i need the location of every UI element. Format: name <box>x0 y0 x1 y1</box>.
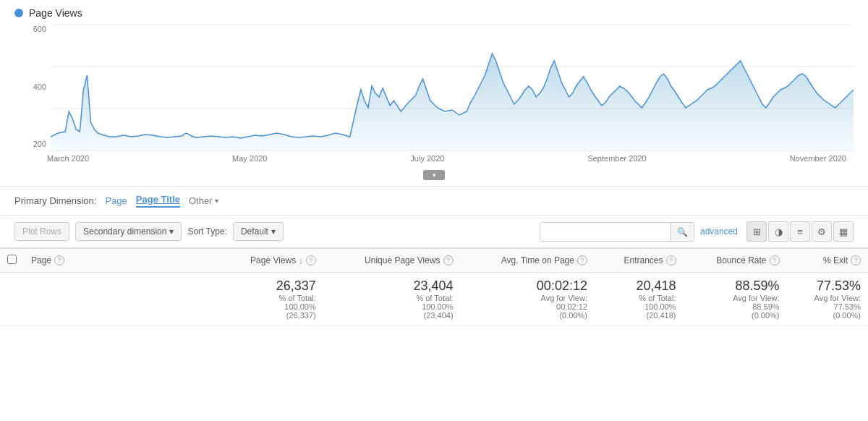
search-icon: 🔍 <box>677 227 688 237</box>
list-view-button[interactable]: ≡ <box>790 221 810 242</box>
list-icon: ≡ <box>797 226 803 237</box>
entrances-col-label: Entrances <box>624 255 663 265</box>
page-views-total: (26,337) <box>224 311 315 320</box>
x-label-september: September 2020 <box>587 154 646 163</box>
page-views-pct-label: % of Total: <box>224 294 315 302</box>
totals-checkbox-cell <box>0 273 24 326</box>
exit-diff: (0.00%) <box>794 311 861 320</box>
total-entrances: 20,418 <box>602 278 676 294</box>
totals-unique-cell: 23,404 % of Total: 100.00% (23,404) <box>323 273 461 326</box>
bounce-rate-header: Bounce Rate ? <box>684 249 787 273</box>
y-axis: 600 400 200 <box>22 25 51 151</box>
exit-avg-label: Avg for View: <box>794 294 861 302</box>
scroll-arrow-icon: ▾ <box>433 171 436 179</box>
secondary-dimension-button[interactable]: Secondary dimension ▾ <box>75 222 182 241</box>
scroll-button[interactable]: ▾ <box>423 170 445 180</box>
dim-other-dropdown[interactable]: Other ▾ <box>189 195 218 206</box>
bounce-avg-label: Avg for View: <box>691 294 780 302</box>
unique-help-icon[interactable]: ? <box>443 255 454 265</box>
entrances-pct-label: % of Total: <box>602 294 676 302</box>
checkbox-header <box>0 249 24 273</box>
unique-total: (23,404) <box>331 311 454 320</box>
search-button[interactable]: 🔍 <box>671 223 694 241</box>
bar-view-button[interactable]: ▦ <box>833 221 854 242</box>
default-sort-button[interactable]: Default ▾ <box>233 222 284 241</box>
y-label-400: 400 <box>33 82 46 91</box>
bounce-avg-val: 88.59% <box>691 302 780 311</box>
totals-page-cell <box>24 273 216 326</box>
advanced-link[interactable]: advanced <box>700 226 738 237</box>
secondary-dimension-arrow-icon: ▾ <box>169 226 174 237</box>
x-axis: March 2020 May 2020 July 2020 September … <box>47 151 846 167</box>
sort-arrow-icon: ▾ <box>271 226 276 237</box>
settings-icon: ⚙ <box>817 226 826 237</box>
sort-arrow-icon: ↓ <box>299 256 303 265</box>
page-header: Page ? <box>24 249 216 273</box>
entrances-total: (20,418) <box>602 311 676 320</box>
totals-row: 26,337 % of Total: 100.00% (26,337) 23,4… <box>0 273 868 326</box>
avg-time-view-label: Avg for View: <box>468 294 587 302</box>
exit-avg-val: 77.53% <box>794 302 861 311</box>
settings-view-button[interactable]: ⚙ <box>812 221 832 242</box>
avg-time-help-icon[interactable]: ? <box>577 255 587 265</box>
sort-type-label: Sort Type: <box>187 226 226 237</box>
entrances-header: Entrances ? <box>595 249 684 273</box>
unique-pct-label: % of Total: <box>331 294 454 302</box>
pie-icon: ◑ <box>775 226 783 237</box>
default-sort-label: Default <box>241 226 268 237</box>
other-dropdown-arrow-icon: ▾ <box>215 197 218 205</box>
bounce-rate-col-label: Bounce Rate <box>716 255 766 265</box>
search-box: 🔍 <box>540 222 694 242</box>
pie-view-button[interactable]: ◑ <box>768 221 788 242</box>
unique-total-pct: 100.00% <box>331 302 454 311</box>
grid-icon: ⊞ <box>753 226 761 237</box>
page-col-label: Page <box>31 255 51 265</box>
unique-page-views-header: Unique Page Views ? <box>323 249 461 273</box>
dim-page-link[interactable]: Page <box>105 195 127 206</box>
page-views-header[interactable]: Page Views ↓ ? <box>216 249 323 273</box>
x-label-july: July 2020 <box>410 154 444 163</box>
y-label-200: 200 <box>33 140 46 148</box>
bounce-diff: (0.00%) <box>691 311 780 320</box>
chart-dot <box>14 9 23 17</box>
avg-time-view-val: 00:02:12 <box>468 302 587 311</box>
secondary-dimension-label: Secondary dimension <box>83 226 166 237</box>
pct-exit-col-label: % Exit <box>823 255 848 265</box>
view-icons: ⊞ ◑ ≡ ⚙ ▦ <box>746 221 854 242</box>
x-label-march: March 2020 <box>47 154 89 163</box>
avg-time-header: Avg. Time on Page ? <box>461 249 595 273</box>
totals-bounce-rate-cell: 88.59% Avg for View: 88.59% (0.00%) <box>684 273 787 326</box>
scroll-indicator: ▾ <box>14 170 854 180</box>
exit-help-icon[interactable]: ? <box>851 255 861 265</box>
page-help-icon[interactable]: ? <box>54 255 64 265</box>
totals-page-views-cell: 26,337 % of Total: 100.00% (26,337) <box>216 273 323 326</box>
entrances-total-pct: 100.00% <box>602 302 676 311</box>
bounce-help-icon[interactable]: ? <box>770 255 780 265</box>
unique-page-views-col-label: Unique Page Views <box>365 255 441 265</box>
dim-other-label: Other <box>189 195 213 206</box>
total-pct-exit: 77.53% <box>794 278 861 294</box>
plot-rows-button[interactable]: Plot Rows <box>14 222 69 241</box>
select-all-checkbox[interactable] <box>7 255 17 264</box>
chart-title-text: Page Views <box>29 7 82 19</box>
chart-section: Page Views 600 400 200 <box>0 0 868 187</box>
avg-time-col-label: Avg. Time on Page <box>501 255 574 265</box>
chart-area <box>51 25 854 151</box>
avg-time-diff: (0.00%) <box>468 311 587 320</box>
total-page-views: 26,337 <box>224 278 315 294</box>
primary-dimension-label: Primary Dimension: <box>14 195 96 206</box>
x-label-november: November 2020 <box>790 154 846 163</box>
pct-exit-header: % Exit ? <box>787 249 868 273</box>
grid-view-button[interactable]: ⊞ <box>746 221 767 242</box>
entrances-help-icon[interactable]: ? <box>666 255 676 265</box>
page-views-help-icon[interactable]: ? <box>306 255 316 265</box>
y-label-600: 600 <box>33 25 46 33</box>
x-label-may: May 2020 <box>232 154 267 163</box>
page-views-total-pct: 100.00% <box>224 302 315 311</box>
primary-dimension-bar: Primary Dimension: Page Page Title Other… <box>0 187 868 216</box>
dim-page-title-link[interactable]: Page Title <box>136 194 180 208</box>
bar-icon: ▦ <box>839 226 848 237</box>
totals-avg-time-cell: 00:02:12 Avg for View: 00:02:12 (0.00%) <box>461 273 595 326</box>
toolbar: Plot Rows Secondary dimension ▾ Sort Typ… <box>0 216 868 248</box>
search-input[interactable] <box>540 223 671 240</box>
